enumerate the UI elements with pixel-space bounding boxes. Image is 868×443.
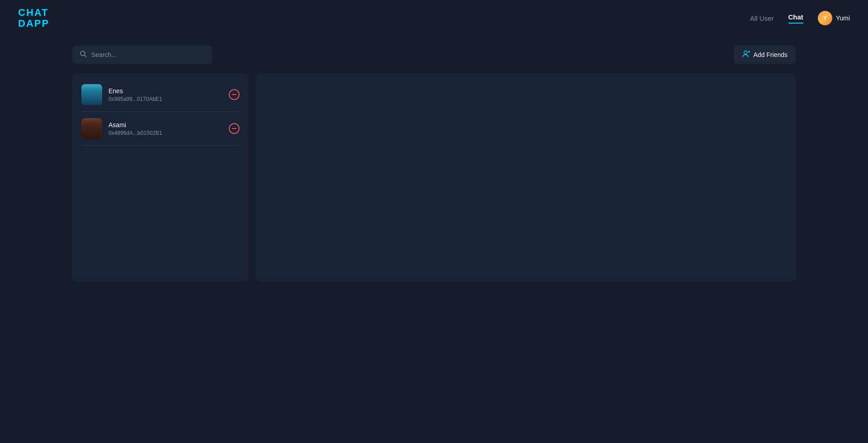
- svg-point-23: [89, 126, 91, 129]
- svg-rect-6: [85, 98, 99, 105]
- svg-point-12: [89, 92, 91, 95]
- svg-point-2: [744, 51, 747, 54]
- friends-panel: Enes 0x995a99...0170AbE1: [72, 73, 249, 281]
- add-friends-label: Add Friends: [754, 51, 788, 58]
- svg-point-8: [87, 88, 96, 98]
- svg-rect-11: [95, 90, 97, 94]
- remove-friend-button[interactable]: [229, 89, 240, 100]
- svg-point-17: [87, 122, 96, 132]
- add-person-icon: [742, 50, 750, 60]
- friend-info: Asami 0x4896dA...b01502B1: [108, 121, 222, 136]
- avatar: Y: [818, 11, 832, 25]
- nav-all-user[interactable]: All User: [750, 14, 774, 22]
- svg-rect-22: [95, 127, 96, 131]
- header-right: All User Chat Y Yumi: [750, 11, 850, 25]
- list-item[interactable]: Enes 0x995a99...0170AbE1: [72, 78, 249, 111]
- search-bar: [72, 46, 212, 64]
- logo-dapp: DAPP: [18, 18, 49, 29]
- svg-rect-14: [81, 118, 102, 139]
- logo-chat: CHAT: [18, 7, 49, 18]
- friend-name: Enes: [108, 87, 222, 95]
- search-icon: [80, 50, 87, 59]
- header-nav: All User Chat: [750, 13, 803, 24]
- main-content: Add Friends: [0, 36, 868, 291]
- svg-rect-19: [87, 124, 89, 130]
- svg-point-24: [93, 126, 94, 129]
- friend-address: 0x4896dA...b01502B1: [108, 130, 222, 136]
- friend-info: Enes 0x995a99...0170AbE1: [108, 87, 222, 102]
- search-input[interactable]: [91, 51, 205, 58]
- nav-chat[interactable]: Chat: [788, 13, 803, 24]
- chat-panel: [256, 73, 796, 281]
- friend-address: 0x995a99...0170AbE1: [108, 96, 222, 102]
- top-bar: Add Friends: [72, 45, 796, 64]
- svg-rect-16: [90, 129, 94, 133]
- app-logo[interactable]: CHAT DAPP: [18, 7, 49, 29]
- svg-point-18: [87, 120, 97, 126]
- svg-rect-7: [90, 95, 94, 99]
- svg-point-13: [93, 92, 94, 95]
- svg-rect-5: [81, 84, 102, 105]
- svg-point-9: [87, 86, 97, 92]
- remove-friend-button[interactable]: [229, 123, 240, 134]
- avatar: [81, 84, 102, 105]
- add-friends-button[interactable]: Add Friends: [734, 45, 796, 64]
- friend-name: Asami: [108, 121, 222, 129]
- svg-rect-15: [85, 132, 99, 139]
- svg-line-1: [85, 55, 86, 57]
- user-name: Yumi: [836, 14, 850, 22]
- list-item[interactable]: Asami 0x4896dA...b01502B1: [72, 112, 249, 145]
- svg-rect-10: [87, 90, 89, 94]
- header: CHAT DAPP All User Chat Y Yumi: [0, 0, 868, 36]
- svg-rect-21: [87, 127, 89, 131]
- divider: [81, 145, 240, 146]
- avatar: [81, 118, 102, 139]
- svg-rect-20: [95, 124, 97, 130]
- user-profile[interactable]: Y Yumi: [818, 11, 850, 25]
- panels-container: Enes 0x995a99...0170AbE1: [72, 73, 796, 281]
